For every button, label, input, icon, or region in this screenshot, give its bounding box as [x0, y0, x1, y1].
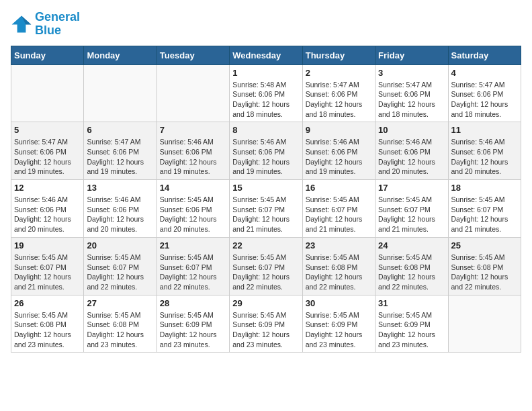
day-info: Sunrise: 5:45 AMSunset: 6:08 PMDaylight:…	[378, 253, 445, 292]
calendar-cell: 20Sunrise: 5:45 AMSunset: 6:07 PMDayligh…	[84, 237, 157, 295]
calendar-cell: 2Sunrise: 5:47 AMSunset: 6:06 PMDaylight…	[302, 64, 375, 122]
day-number: 21	[160, 240, 226, 250]
calendar-cell: 24Sunrise: 5:45 AMSunset: 6:08 PMDayligh…	[375, 237, 448, 295]
calendar-cell: 27Sunrise: 5:45 AMSunset: 6:08 PMDayligh…	[84, 295, 157, 353]
day-info: Sunrise: 5:48 AMSunset: 6:06 PMDaylight:…	[232, 80, 299, 120]
day-info: Sunrise: 5:46 AMSunset: 6:06 PMDaylight:…	[451, 137, 518, 177]
day-info: Sunrise: 5:45 AMSunset: 6:06 PMDaylight:…	[160, 195, 226, 234]
day-info: Sunrise: 5:45 AMSunset: 6:07 PMDaylight:…	[14, 253, 81, 292]
calendar-cell: 12Sunrise: 5:46 AMSunset: 6:06 PMDayligh…	[11, 180, 84, 238]
day-info: Sunrise: 5:47 AMSunset: 6:06 PMDaylight:…	[378, 80, 445, 120]
day-info: Sunrise: 5:45 AMSunset: 6:08 PMDaylight:…	[306, 253, 372, 292]
calendar-cell: 10Sunrise: 5:46 AMSunset: 6:06 PMDayligh…	[375, 122, 448, 180]
page-header: General Blue	[11, 11, 521, 38]
day-info: Sunrise: 5:45 AMSunset: 6:07 PMDaylight:…	[232, 195, 299, 234]
calendar-cell: 19Sunrise: 5:45 AMSunset: 6:07 PMDayligh…	[11, 237, 84, 295]
calendar-cell: 6Sunrise: 5:47 AMSunset: 6:06 PMDaylight…	[84, 122, 157, 180]
day-info: Sunrise: 5:47 AMSunset: 6:06 PMDaylight:…	[306, 80, 372, 120]
calendar-cell: 14Sunrise: 5:45 AMSunset: 6:06 PMDayligh…	[157, 180, 229, 238]
calendar-cell: 4Sunrise: 5:47 AMSunset: 6:06 PMDaylight…	[448, 64, 521, 122]
day-info: Sunrise: 5:45 AMSunset: 6:09 PMDaylight:…	[232, 310, 299, 350]
calendar-week-3: 19Sunrise: 5:45 AMSunset: 6:07 PMDayligh…	[11, 237, 521, 295]
day-number: 20	[87, 240, 153, 250]
header-wednesday: Wednesday	[230, 46, 302, 64]
day-number: 16	[306, 183, 372, 193]
day-number: 3	[378, 68, 445, 78]
header-sunday: Sunday	[11, 46, 84, 64]
day-number: 5	[14, 125, 81, 135]
logo: General Blue	[11, 11, 80, 38]
day-number: 17	[378, 183, 445, 193]
calendar-cell	[448, 295, 521, 353]
day-info: Sunrise: 5:45 AMSunset: 6:08 PMDaylight:…	[87, 310, 153, 350]
day-number: 19	[14, 240, 81, 250]
day-number: 26	[14, 298, 81, 308]
day-info: Sunrise: 5:45 AMSunset: 6:08 PMDaylight:…	[14, 310, 81, 350]
day-number: 23	[306, 240, 372, 250]
calendar-cell: 8Sunrise: 5:46 AMSunset: 6:06 PMDaylight…	[230, 122, 302, 180]
day-info: Sunrise: 5:47 AMSunset: 6:06 PMDaylight:…	[14, 137, 81, 177]
day-number: 9	[306, 125, 372, 135]
header-friday: Friday	[375, 46, 448, 64]
day-number: 7	[160, 125, 226, 135]
day-number: 22	[232, 240, 299, 250]
day-number: 18	[451, 183, 518, 193]
day-number: 13	[87, 183, 153, 193]
calendar-week-2: 12Sunrise: 5:46 AMSunset: 6:06 PMDayligh…	[11, 180, 521, 238]
calendar-cell: 11Sunrise: 5:46 AMSunset: 6:06 PMDayligh…	[448, 122, 521, 180]
calendar-week-0: 1Sunrise: 5:48 AMSunset: 6:06 PMDaylight…	[11, 64, 521, 122]
day-info: Sunrise: 5:45 AMSunset: 6:07 PMDaylight:…	[451, 195, 518, 234]
day-number: 6	[87, 125, 153, 135]
day-info: Sunrise: 5:46 AMSunset: 6:06 PMDaylight:…	[160, 137, 226, 177]
calendar-cell: 9Sunrise: 5:46 AMSunset: 6:06 PMDaylight…	[302, 122, 375, 180]
day-info: Sunrise: 5:45 AMSunset: 6:09 PMDaylight:…	[306, 310, 372, 350]
header-saturday: Saturday	[448, 46, 521, 64]
header-tuesday: Tuesday	[157, 46, 229, 64]
day-info: Sunrise: 5:45 AMSunset: 6:07 PMDaylight:…	[87, 253, 153, 292]
day-number: 1	[232, 68, 299, 78]
day-info: Sunrise: 5:46 AMSunset: 6:06 PMDaylight:…	[87, 195, 153, 234]
day-number: 10	[378, 125, 445, 135]
calendar-cell: 31Sunrise: 5:45 AMSunset: 6:09 PMDayligh…	[375, 295, 448, 353]
day-number: 8	[232, 125, 299, 135]
day-number: 30	[306, 298, 372, 308]
day-number: 27	[87, 298, 153, 308]
day-number: 11	[451, 125, 518, 135]
calendar-cell: 28Sunrise: 5:45 AMSunset: 6:09 PMDayligh…	[157, 295, 229, 353]
calendar-cell: 3Sunrise: 5:47 AMSunset: 6:06 PMDaylight…	[375, 64, 448, 122]
calendar-cell: 21Sunrise: 5:45 AMSunset: 6:07 PMDayligh…	[157, 237, 229, 295]
header-thursday: Thursday	[302, 46, 375, 64]
calendar-cell: 18Sunrise: 5:45 AMSunset: 6:07 PMDayligh…	[448, 180, 521, 238]
header-monday: Monday	[84, 46, 157, 64]
day-number: 14	[160, 183, 226, 193]
calendar-cell: 17Sunrise: 5:45 AMSunset: 6:07 PMDayligh…	[375, 180, 448, 238]
day-info: Sunrise: 5:47 AMSunset: 6:06 PMDaylight:…	[87, 137, 153, 177]
day-info: Sunrise: 5:45 AMSunset: 6:09 PMDaylight:…	[160, 310, 226, 350]
day-number: 4	[451, 68, 518, 78]
day-info: Sunrise: 5:46 AMSunset: 6:06 PMDaylight:…	[378, 137, 445, 177]
calendar-cell: 25Sunrise: 5:45 AMSunset: 6:08 PMDayligh…	[448, 237, 521, 295]
day-number: 15	[232, 183, 299, 193]
day-number: 25	[451, 240, 518, 250]
day-number: 28	[160, 298, 226, 308]
day-number: 29	[232, 298, 299, 308]
calendar-cell	[11, 64, 84, 122]
day-info: Sunrise: 5:45 AMSunset: 6:07 PMDaylight:…	[378, 195, 445, 234]
calendar-cell	[84, 64, 157, 122]
day-info: Sunrise: 5:45 AMSunset: 6:09 PMDaylight:…	[378, 310, 445, 350]
calendar-cell: 22Sunrise: 5:45 AMSunset: 6:07 PMDayligh…	[230, 237, 302, 295]
calendar-cell: 5Sunrise: 5:47 AMSunset: 6:06 PMDaylight…	[11, 122, 84, 180]
day-info: Sunrise: 5:47 AMSunset: 6:06 PMDaylight:…	[451, 80, 518, 120]
calendar-cell: 30Sunrise: 5:45 AMSunset: 6:09 PMDayligh…	[302, 295, 375, 353]
day-info: Sunrise: 5:45 AMSunset: 6:07 PMDaylight:…	[160, 253, 226, 292]
day-info: Sunrise: 5:45 AMSunset: 6:07 PMDaylight:…	[232, 253, 299, 292]
day-number: 2	[306, 68, 372, 78]
calendar-cell: 13Sunrise: 5:46 AMSunset: 6:06 PMDayligh…	[84, 180, 157, 238]
calendar-table: SundayMondayTuesdayWednesdayThursdayFrid…	[11, 46, 521, 353]
calendar-header-row: SundayMondayTuesdayWednesdayThursdayFrid…	[11, 46, 521, 64]
calendar-cell	[157, 64, 229, 122]
calendar-cell: 16Sunrise: 5:45 AMSunset: 6:07 PMDayligh…	[302, 180, 375, 238]
day-number: 12	[14, 183, 81, 193]
logo-icon	[11, 15, 32, 34]
calendar-cell: 15Sunrise: 5:45 AMSunset: 6:07 PMDayligh…	[230, 180, 302, 238]
